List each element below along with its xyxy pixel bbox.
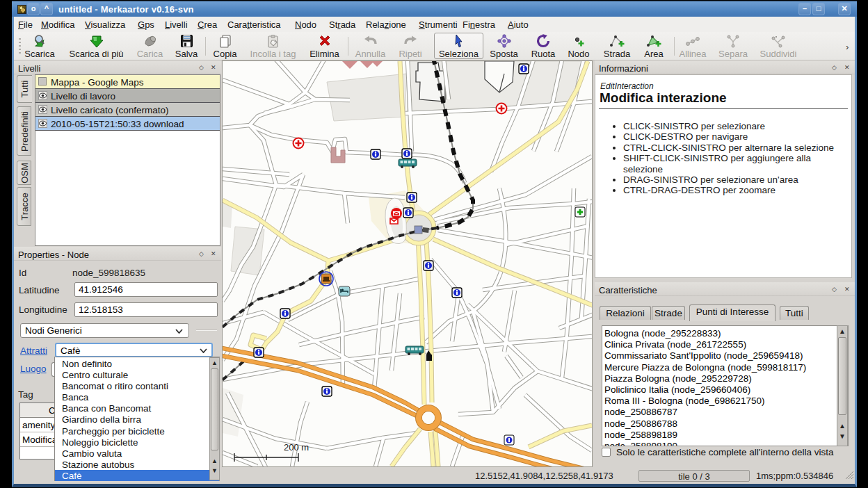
svg-text:200 m: 200 m: [284, 442, 309, 453]
